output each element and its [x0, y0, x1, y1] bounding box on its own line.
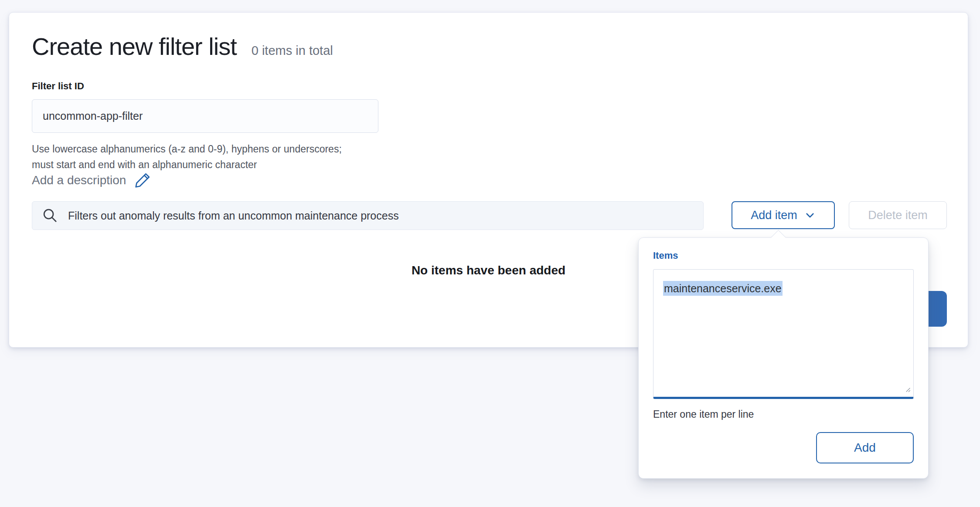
filter-list-id-label: Filter list ID: [32, 81, 84, 92]
pencil-icon: [135, 172, 150, 188]
search-icon: [43, 208, 58, 223]
id-help-line-2: must start and end with an alphanumeric …: [32, 157, 342, 172]
items-help-text: Enter one item per line: [653, 409, 754, 420]
resize-handle-icon[interactable]: [902, 384, 911, 393]
id-help-line-1: Use lowercase alphanumerics (a-z and 0-9…: [32, 141, 342, 157]
add-button[interactable]: Add: [816, 432, 914, 463]
search-field[interactable]: [32, 201, 704, 230]
items-label: Items: [653, 250, 678, 261]
add-description-label: Add a description: [32, 172, 126, 189]
page-header: Create new filter list 0 items in total: [32, 33, 333, 61]
search-input[interactable]: [67, 209, 694, 223]
page-title: Create new filter list: [32, 33, 237, 61]
add-item-popover: Items maintenanceservice.exe Enter one i…: [638, 237, 929, 479]
add-description-link[interactable]: Add a description: [32, 172, 150, 189]
items-textarea[interactable]: maintenanceservice.exe: [653, 269, 914, 399]
delete-item-button[interactable]: Delete item: [849, 201, 947, 229]
items-textarea-value: maintenanceservice.exe: [663, 281, 783, 296]
filter-list-id-input[interactable]: [32, 99, 378, 133]
id-help-text: Use lowercase alphanumerics (a-z and 0-9…: [32, 141, 342, 172]
add-item-button[interactable]: Add item: [732, 201, 835, 229]
items-total-count: 0 items in total: [252, 44, 333, 58]
chevron-down-icon: [804, 210, 816, 221]
add-item-label: Add item: [751, 209, 797, 222]
page: Create new filter list 0 items in total …: [0, 0, 980, 507]
